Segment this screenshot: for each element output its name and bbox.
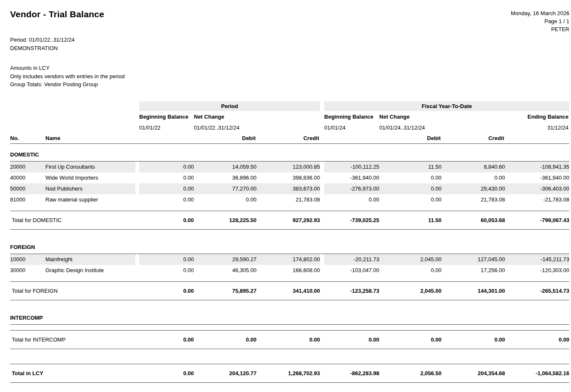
header-empty: [139, 133, 194, 144]
column-gap: [135, 254, 139, 265]
trial-balance-table: Period Fiscal Year-To-Date Beginning Bal…: [10, 101, 569, 383]
period-credit: 21,783.08: [256, 194, 320, 205]
fytd-credit: 21,783.08: [441, 194, 505, 205]
column-gap: [320, 194, 324, 205]
ending-balance: -145,211.73: [505, 254, 569, 265]
total-period-debit: 204,120.77: [194, 364, 256, 383]
fytd-credit: 8,840.60: [441, 162, 505, 172]
spacer-cell: [10, 230, 569, 241]
col-name: Name: [45, 133, 135, 144]
ending-balance: -361,940.00: [505, 172, 569, 183]
total-ending-balance: -265,514.73: [505, 282, 569, 300]
ending-balance-date: 31/12/24: [505, 122, 569, 133]
column-gap: [320, 172, 324, 183]
period-beginning-balance-header: Beginning Balance: [139, 111, 194, 122]
total-fytd-credit: 60,053.68: [441, 211, 505, 230]
spacer-cell: [10, 325, 569, 331]
period-beginning-balance: 0.00: [139, 254, 194, 265]
column-gap: [135, 111, 139, 122]
total-row: Total for INTERCOMP0.000.000.000.000.000…: [10, 331, 569, 349]
total-fytd-debit: 0.00: [379, 331, 441, 349]
period-debit: 29,590.27: [194, 254, 256, 265]
column-gap: [135, 101, 139, 111]
total-ending-balance: 0.00: [505, 331, 569, 349]
band-header-row: Period Fiscal Year-To-Date: [10, 101, 569, 111]
col-period-debit: Debit: [194, 133, 256, 144]
total-period-beginning-balance: 0.00: [139, 282, 194, 300]
sub-header-row: Beginning Balance Net Change Beginning B…: [10, 111, 569, 122]
column-gap: [320, 282, 324, 300]
total-fytd-beginning-balance: 0.00: [324, 331, 379, 349]
vendor-name: Nod Publishers: [45, 183, 135, 194]
column-gap: [320, 133, 324, 144]
group-total-label: Total for INTERCOMP: [10, 331, 135, 349]
total-period-debit: 128,225.50: [194, 211, 256, 230]
column-gap: [320, 101, 324, 111]
total-ending-balance: -1,064,582.16: [505, 364, 569, 383]
period-credit: 398,836.00: [256, 172, 320, 183]
period-credit: 174,802.00: [256, 254, 320, 265]
fytd-beginning-balance: -276,973.00: [324, 183, 379, 194]
column-gap: [320, 331, 324, 349]
vendor-no: 20000: [10, 162, 45, 172]
period-net-change-header: Net Change: [194, 111, 320, 122]
column-gap: [320, 183, 324, 194]
spacer-row: [10, 144, 569, 148]
period-net-change-date: 01/01/22..31/12/24: [194, 122, 320, 133]
period-beginning-balance: 0.00: [139, 183, 194, 194]
period-credit: 123,000.85: [256, 162, 320, 172]
note-group-totals: Group Totals: Vendor Posting Group: [10, 80, 569, 89]
column-gap: [320, 122, 324, 133]
period-credit: 383,673.00: [256, 183, 320, 194]
total-fytd-beginning-balance: -739,025.25: [324, 211, 379, 230]
col-period-credit: Credit: [256, 133, 320, 144]
ending-balance: -306,403.00: [505, 183, 569, 194]
company-name: DEMONSTRATION: [10, 44, 569, 53]
total-fytd-credit: 144,301.00: [441, 282, 505, 300]
column-gap: [135, 172, 139, 183]
report-datetime: Monday, 16 March 2026: [511, 9, 569, 17]
total-fytd-beginning-balance: -123,258.73: [324, 282, 379, 300]
note-amounts-lcy: Amounts in LCY: [10, 64, 569, 72]
column-gap: [135, 211, 139, 230]
date-header-row: 01/01/22 01/01/22..31/12/24 01/01/24 01/…: [10, 122, 569, 133]
spacer-cell: [10, 300, 569, 311]
column-gap: [135, 133, 139, 144]
column-gap: [135, 265, 139, 276]
total-row: Total for FOREIGN0.0075,895.27341,410.00…: [10, 282, 569, 300]
vendor-no: 81000: [10, 194, 45, 205]
vendor-row: 40000Wide World Importers0.0036,896.0039…: [10, 172, 569, 183]
fytd-debit: 11.50: [379, 162, 441, 172]
group-total-label: Total for DOMESTIC: [10, 211, 135, 230]
total-period-debit: 0.00: [194, 331, 256, 349]
group-header-row: FOREIGN: [10, 241, 569, 254]
fytd-debit: 0.00: [379, 265, 441, 276]
vendor-row: 20000First Up Consultants0.0014,059.5012…: [10, 162, 569, 172]
total-fytd-beginning-balance: -862,283.98: [324, 364, 379, 383]
group-name: FOREIGN: [10, 241, 569, 254]
column-gap: [135, 122, 139, 133]
group-total-label: Total for FOREIGN: [10, 282, 135, 300]
column-gap: [320, 211, 324, 230]
group-header-row: INTERCOMP: [10, 311, 569, 325]
column-gap: [135, 331, 139, 349]
page-title: Vendor - Trial Balance: [10, 9, 104, 19]
fytd-debit: 0.00: [379, 194, 441, 205]
report-meta: Monday, 16 March 2026 Page 1 / 1 PETER: [511, 9, 569, 33]
ending-balance: -21,783.08: [505, 194, 569, 205]
spacer-row: [10, 276, 569, 282]
period-debit: 36,896.00: [194, 172, 256, 183]
report-user: PETER: [511, 25, 569, 33]
vendor-no: 10000: [10, 254, 45, 265]
fytd-debit: 2,045.00: [379, 254, 441, 265]
total-period-credit: 0.00: [256, 331, 320, 349]
period-debit: 46,305.00: [194, 265, 256, 276]
header-empty: [10, 122, 135, 133]
fytd-beginning-date: 01/01/24: [324, 122, 379, 133]
vendor-name: First Up Consultants: [45, 162, 135, 172]
total-row: Total for DOMESTIC0.00128,225.50927,292.…: [10, 211, 569, 230]
spacer-row: [10, 205, 569, 211]
total-fytd-debit: 2,045.00: [379, 282, 441, 300]
vendor-name: Raw material supplier: [45, 194, 135, 205]
spacer-row: [10, 349, 569, 364]
